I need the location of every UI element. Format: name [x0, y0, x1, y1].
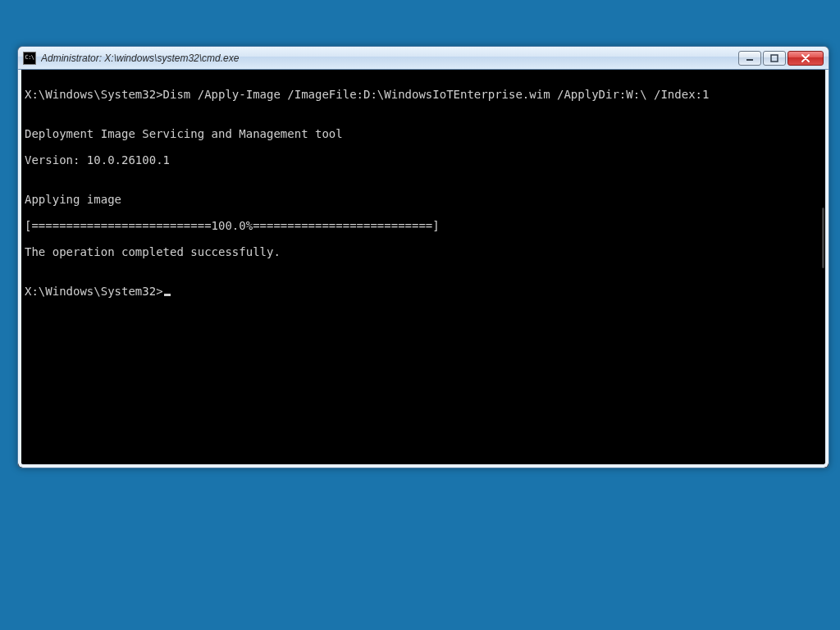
scrollbar-thumb[interactable] — [822, 208, 824, 268]
svg-rect-0 — [746, 59, 753, 61]
console-line: X:\Windows\System32>Dism /Apply-Image /I… — [25, 88, 822, 101]
command-text: Dism /Apply-Image /ImageFile:D:\WindowsI… — [163, 88, 710, 101]
titlebar[interactable]: C:\ Administrator: X:\windows\system32\c… — [18, 47, 829, 70]
console-line: Version: 10.0.26100.1 — [25, 153, 822, 167]
cmd-icon: C:\ — [23, 52, 36, 65]
console-line: Deployment Image Servicing and Managemen… — [25, 127, 822, 140]
console-line: The operation completed successfully. — [25, 245, 822, 258]
close-button[interactable] — [788, 51, 824, 66]
console-line: X:\Windows\System32> — [25, 272, 822, 298]
minimize-button[interactable] — [738, 51, 761, 66]
console-line: [==========================100.0%=======… — [25, 219, 822, 232]
cmd-window: C:\ Administrator: X:\windows\system32\c… — [17, 46, 829, 468]
console-line: Applying image — [25, 193, 822, 206]
prompt-text: X:\Windows\System32> — [25, 285, 163, 298]
svg-rect-1 — [771, 55, 778, 62]
console-output[interactable]: X:\Windows\System32>Dism /Apply-Image /I… — [18, 70, 829, 468]
maximize-icon — [770, 54, 778, 62]
prompt-text: X:\Windows\System32> — [25, 88, 163, 101]
close-icon — [801, 54, 810, 62]
maximize-button[interactable] — [763, 51, 786, 66]
minimize-icon — [746, 54, 754, 62]
window-controls — [738, 51, 824, 66]
cursor — [164, 294, 171, 296]
cmd-icon-label: C:\ — [25, 55, 34, 61]
window-title: Administrator: X:\windows\system32\cmd.e… — [41, 52, 239, 64]
